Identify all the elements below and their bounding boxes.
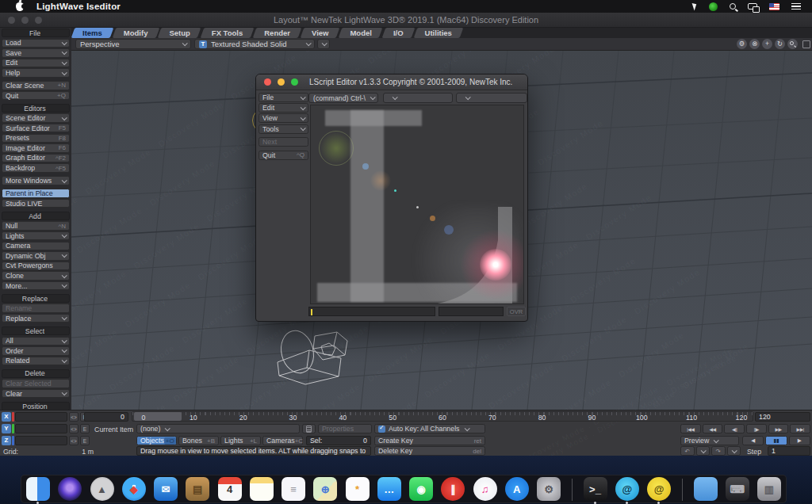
ovr-button[interactable]: OVR (507, 307, 526, 316)
redo-dropdown-button[interactable] (727, 446, 741, 456)
lscript-dropdown-3[interactable] (456, 93, 527, 103)
sidebar-item[interactable]: Backdrop ^F5 (2, 163, 70, 172)
sidebar-item[interactable]: Quit +Q (2, 91, 70, 100)
window-titlebar[interactable]: Layout™ NewTek LightWave 3D® 2019.1 (Mac… (0, 13, 812, 28)
lscript-editor-window[interactable]: LScript Editor v1.3.3 Copyright © 2001-2… (255, 74, 528, 322)
timeline-ruler[interactable]: 0102030405060708090100110120 (132, 411, 753, 422)
sidebar-item[interactable]: Related (2, 357, 70, 365)
shading-mode-dropdown[interactable]: T Textured Shaded Solid (194, 39, 315, 49)
sidebar-item[interactable]: Dynamic Obj (2, 251, 70, 260)
green-app-icon[interactable] (709, 2, 718, 11)
sidebar-item[interactable]: Help (2, 68, 70, 77)
dock-divider[interactable] (569, 477, 575, 501)
tab[interactable]: Setup (159, 28, 199, 38)
tab[interactable]: Model (340, 28, 381, 38)
undo-dropdown-button[interactable] (696, 446, 710, 456)
lscript-menu-item[interactable]: Quit ^Q (259, 151, 308, 160)
viewport-gear-icon[interactable]: ⚙ (737, 39, 747, 49)
checkbox-checked-icon[interactable] (378, 426, 385, 433)
pane-toggle-button[interactable] (802, 40, 810, 48)
viewport-move-icon[interactable]: + (762, 39, 772, 49)
transport-button[interactable]: ▶▶| (790, 424, 810, 433)
lscript-secondary-input[interactable] (439, 307, 504, 316)
camera-wireframe[interactable] (266, 326, 359, 387)
viewport-center-icon[interactable]: ⊗ (749, 39, 760, 49)
undo-button[interactable]: ↶ (680, 446, 695, 456)
sidebar-item[interactable]: Load (2, 39, 70, 48)
sidebar-item[interactable]: Save (2, 48, 70, 57)
dock-trash-icon[interactable]: ▥ (757, 477, 781, 501)
sidebar-item[interactable]: Clear (2, 389, 70, 398)
pause-button[interactable]: ▮▮ (765, 436, 787, 445)
sidebar-item[interactable]: Studio LIVE (2, 199, 70, 208)
dock-minimized-window-icon[interactable]: ⌨ (726, 477, 749, 501)
dock-safari-icon[interactable]: ◆ (122, 477, 146, 501)
dock-photos-icon[interactable]: * (346, 477, 370, 501)
lscript-dropdown-2[interactable] (383, 93, 453, 103)
preview-dropdown[interactable]: Preview (680, 436, 739, 445)
item-type-button[interactable]: Objects +O (136, 436, 177, 445)
minimize-icon[interactable] (278, 78, 285, 86)
pointer-icon[interactable] (692, 2, 699, 10)
play-forward-button[interactable]: ▶ (789, 436, 810, 445)
viewport-extra-dropdown[interactable] (317, 39, 330, 49)
dock-reminders-icon[interactable]: ≡ (282, 477, 305, 501)
sidebar-item[interactable]: Camera (2, 242, 70, 250)
dock-siri-icon[interactable] (58, 477, 82, 501)
tab[interactable]: FX Tools (202, 28, 252, 38)
sidebar-item[interactable]: Image Editor F6 (2, 143, 70, 152)
dock-itunes-icon[interactable]: ♫ (473, 477, 497, 501)
dock-system-preferences-icon[interactable]: ⚙ (537, 477, 561, 501)
current-frame-field[interactable]: 0 (84, 412, 128, 422)
sidebar-item[interactable]: Lights (2, 231, 70, 240)
sidebar-item[interactable]: More... (2, 281, 70, 290)
sidebar-item[interactable]: Surface Editor F5 (2, 124, 70, 132)
menu-list-icon[interactable] (791, 3, 801, 10)
item-list-button[interactable] (302, 424, 316, 433)
sidebar-item[interactable]: Rename (2, 304, 70, 312)
transport-button[interactable]: ||▶ (746, 424, 767, 433)
sidebar-item[interactable]: Graph Editor ^F2 (2, 154, 70, 162)
dock-facetime-icon[interactable]: ◉ (409, 477, 433, 501)
tab[interactable]: Items (73, 28, 112, 38)
dock-messages-icon[interactable]: … (377, 477, 401, 501)
sidebar-item[interactable]: Presets F8 (2, 134, 70, 143)
displays-icon[interactable] (748, 3, 757, 10)
lscript-titlebar[interactable]: LScript Editor v1.3.3 Copyright © 2001-2… (256, 74, 527, 90)
transport-button[interactable]: ◀|| (724, 424, 745, 433)
item-type-button[interactable]: Cameras +C (262, 436, 303, 445)
lscript-command-input[interactable] (308, 307, 435, 316)
dock-folder-icon[interactable] (694, 477, 718, 501)
end-frame-field[interactable]: 120 (755, 412, 810, 422)
viewport-zoom-icon[interactable] (787, 39, 798, 49)
lscript-menu-item[interactable]: View (259, 113, 308, 123)
dock-notes-icon[interactable] (250, 477, 274, 501)
app-menu-title[interactable]: LightWave Iseditor (36, 2, 121, 11)
dock-divider[interactable] (679, 477, 685, 501)
sidebar-item[interactable]: Clear Scene +N (2, 81, 70, 90)
sidebar-item[interactable]: Replace (2, 314, 70, 323)
dock-mail-icon[interactable]: ✉ (154, 477, 178, 501)
perspective-viewport[interactable]: Discovery Mode . Discovery Mode . Discov… (71, 51, 812, 410)
dock-launchpad-icon[interactable]: ▲ (90, 477, 114, 501)
tab[interactable]: I/O (384, 28, 413, 38)
sidebar-item[interactable]: All (2, 337, 70, 346)
dock-contacts-icon[interactable]: ▤ (186, 477, 209, 501)
sidebar-item[interactable]: Null ^N (2, 221, 70, 230)
sidebar-item[interactable]: Clone (2, 271, 70, 280)
sidebar-item[interactable]: Cvt Powergons (2, 262, 70, 270)
tab[interactable]: View (302, 28, 338, 38)
item-type-button[interactable]: Bones +B (178, 436, 219, 445)
play-reverse-button[interactable]: ◀ (742, 436, 764, 445)
transport-button[interactable]: ◀◀ (703, 424, 723, 433)
lscript-menu-item[interactable]: Edit (259, 103, 308, 113)
dock-lightwave-layout-icon[interactable]: @ (615, 477, 639, 501)
sidebar-item[interactable]: More Windows (2, 176, 70, 185)
keyboard-flag-icon[interactable] (769, 3, 779, 10)
autokey-dropdown[interactable]: Auto Key: All Channels (374, 424, 485, 433)
command-dropdown[interactable]: (command) Ctrl-\ (308, 93, 378, 103)
close-icon[interactable] (264, 78, 271, 86)
view-mode-dropdown[interactable]: Perspective (75, 39, 191, 49)
create-key-button[interactable]: Create Key ret (374, 436, 485, 445)
lscript-menu-item[interactable]: Next (259, 137, 308, 147)
